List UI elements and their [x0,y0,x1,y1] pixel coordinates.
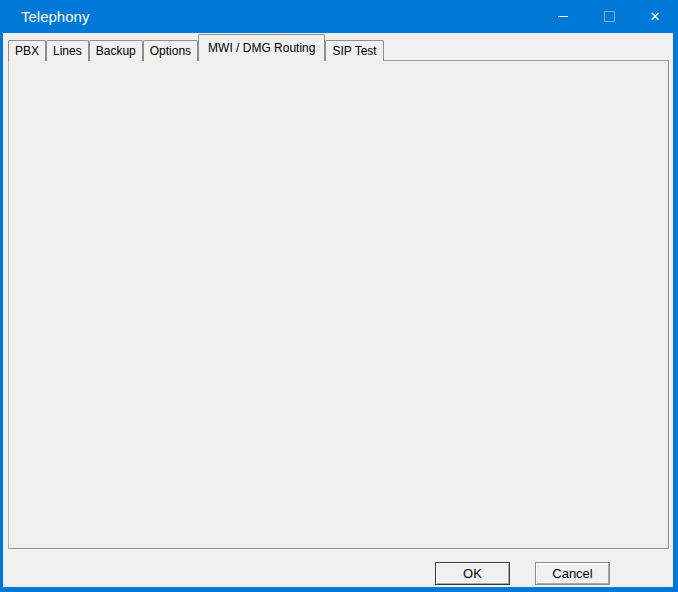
tab-label: Backup [96,44,136,58]
window-title: Telephony [0,8,540,25]
dialog-body: PBXLinesBackupOptionsMWI / DMG RoutingSI… [3,33,673,587]
maximize-icon [604,11,615,22]
tab-strip: PBXLinesBackupOptionsMWI / DMG RoutingSI… [8,40,384,61]
tab-lines[interactable]: Lines [46,40,89,61]
maximize-button[interactable] [586,0,632,33]
tab-label: SIP Test [332,44,376,58]
tab-options[interactable]: Options [143,40,198,61]
close-icon: ✕ [650,10,661,23]
tab-backup[interactable]: Backup [89,40,143,61]
tab-label: Options [150,44,191,58]
minimize-icon [558,16,568,17]
tab-label: PBX [15,44,39,58]
cancel-button[interactable]: Cancel [535,562,610,585]
ok-button[interactable]: OK [435,562,510,585]
minimize-button[interactable] [540,0,586,33]
telephony-dialog: Telephony ✕ PBXLinesBackupOptionsMWI / D… [0,0,678,592]
titlebar[interactable]: Telephony ✕ [0,0,678,33]
tab-label: Lines [53,44,82,58]
tab-sip-test[interactable]: SIP Test [325,40,383,61]
tab-label: MWI / DMG Routing [208,41,315,55]
close-button[interactable]: ✕ [632,0,678,33]
tab-page-mwi-dmg-routing [8,60,669,549]
tab-pbx[interactable]: PBX [8,40,46,61]
tab-mwi-dmg-routing[interactable]: MWI / DMG Routing [198,34,325,61]
window-controls: ✕ [540,0,678,33]
